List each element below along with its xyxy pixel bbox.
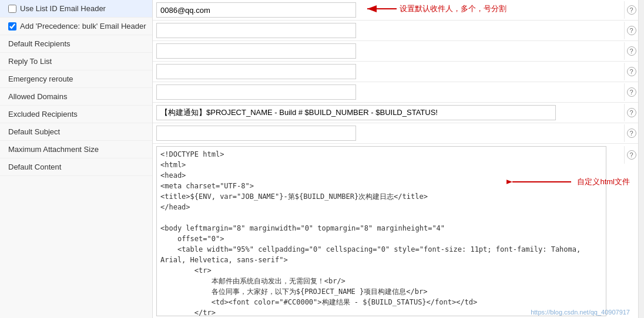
- default-content-textarea[interactable]: <!DOCTYPE html> <html> <head> <meta char…: [156, 146, 606, 316]
- reply-to-list-help[interactable]: ?: [624, 22, 638, 39]
- excluded-recipients-input[interactable]: [156, 84, 356, 100]
- sidebar: Use List ID Email Header Add 'Precedence…: [0, 0, 153, 318]
- help-circle-icon-8: ?: [627, 150, 636, 160]
- help-circle-icon-4: ?: [627, 67, 636, 76]
- default-content-help[interactable]: ?: [624, 146, 638, 164]
- default-content-row: <!DOCTYPE html> <html> <head> <meta char…: [153, 144, 638, 318]
- main-form: 设置默认收件人，多个，号分割 ? ?: [153, 0, 638, 318]
- maximum-attachment-row: ?: [153, 123, 638, 144]
- sidebar-item-excluded-recipients[interactable]: Excluded Recipients: [0, 106, 152, 123]
- sidebar-item-add-precedence[interactable]: Add 'Precedence: bulk' Email Header: [0, 18, 152, 35]
- watermark: https://blog.csdn.net/qq_40907917: [531, 309, 630, 316]
- allowed-domains-input[interactable]: [156, 64, 356, 79]
- emergency-reroute-input[interactable]: [156, 43, 356, 59]
- main-container: Use List ID Email Header Add 'Precedence…: [0, 0, 644, 318]
- help-circle-icon-5: ?: [627, 87, 636, 97]
- sidebar-item-default-recipients[interactable]: Default Recipients: [0, 35, 152, 53]
- sidebar-maximum-attachment-label: Maximum Attachment Size: [8, 145, 99, 154]
- default-subject-row: ?: [153, 103, 638, 123]
- default-subject-input[interactable]: [156, 105, 556, 120]
- sidebar-item-default-content[interactable]: Default Content: [0, 158, 152, 176]
- emergency-reroute-help[interactable]: ?: [624, 42, 638, 60]
- sidebar-item-use-list-id-label: Use List ID Email Header: [20, 4, 106, 13]
- help-circle-icon-2: ?: [627, 26, 636, 35]
- sidebar-item-reply-to-list[interactable]: Reply To List: [0, 53, 152, 70]
- default-subject-help[interactable]: ?: [624, 104, 638, 121]
- allowed-domains-input-wrapper: [153, 62, 624, 82]
- help-circle-icon-6: ?: [627, 108, 636, 117]
- default-recipients-input-wrapper: [153, 0, 624, 20]
- sidebar-excluded-recipients-label: Excluded Recipients: [8, 110, 78, 119]
- scrollbar[interactable]: [638, 0, 644, 318]
- sidebar-default-content-label: Default Content: [8, 163, 61, 171]
- default-content-input-wrapper: <!DOCTYPE html> <html> <head> <meta char…: [153, 144, 624, 318]
- sidebar-item-allowed-domains[interactable]: Allowed Domains: [0, 88, 152, 106]
- use-list-id-checkbox[interactable]: [8, 5, 16, 13]
- sidebar-item-default-subject[interactable]: Default Subject: [0, 123, 152, 141]
- emergency-reroute-row: ?: [153, 41, 638, 62]
- reply-to-list-row: ?: [153, 21, 638, 41]
- default-recipients-help[interactable]: ?: [624, 1, 638, 19]
- default-subject-input-wrapper: [153, 103, 624, 123]
- sidebar-item-add-precedence-label: Add 'Precedence: bulk' Email Header: [20, 22, 146, 31]
- reply-to-list-input[interactable]: [156, 23, 356, 38]
- maximum-attachment-input-wrapper: [153, 123, 624, 143]
- allowed-domains-help[interactable]: ?: [624, 63, 638, 80]
- sidebar-item-maximum-attachment[interactable]: Maximum Attachment Size: [0, 141, 152, 158]
- sidebar-item-emergency-reroute[interactable]: Emergency reroute: [0, 70, 152, 88]
- help-circle-icon: ?: [627, 5, 636, 15]
- excluded-recipients-input-wrapper: [153, 82, 624, 102]
- reply-to-list-input-wrapper: [153, 21, 624, 40]
- maximum-attachment-input[interactable]: [156, 126, 356, 141]
- sidebar-default-subject-label: Default Subject: [8, 127, 60, 136]
- sidebar-item-use-list-id[interactable]: Use List ID Email Header: [0, 0, 152, 18]
- add-precedence-checkbox[interactable]: [8, 22, 16, 31]
- sidebar-allowed-domains-label: Allowed Domains: [8, 92, 67, 101]
- sidebar-emergency-reroute-label: Emergency reroute: [8, 75, 73, 83]
- sidebar-reply-to-list-label: Reply To List: [8, 57, 52, 66]
- excluded-recipients-row: ?: [153, 82, 638, 103]
- maximum-attachment-help[interactable]: ?: [624, 124, 638, 142]
- sidebar-default-recipients-label: Default Recipients: [8, 39, 71, 48]
- help-circle-icon-3: ?: [627, 46, 636, 56]
- help-circle-icon-7: ?: [627, 128, 636, 138]
- emergency-reroute-input-wrapper: [153, 41, 624, 61]
- default-recipients-input[interactable]: [156, 2, 356, 18]
- excluded-recipients-help[interactable]: ?: [624, 83, 638, 101]
- allowed-domains-row: ?: [153, 62, 638, 82]
- default-recipients-row: 设置默认收件人，多个，号分割 ?: [153, 0, 638, 21]
